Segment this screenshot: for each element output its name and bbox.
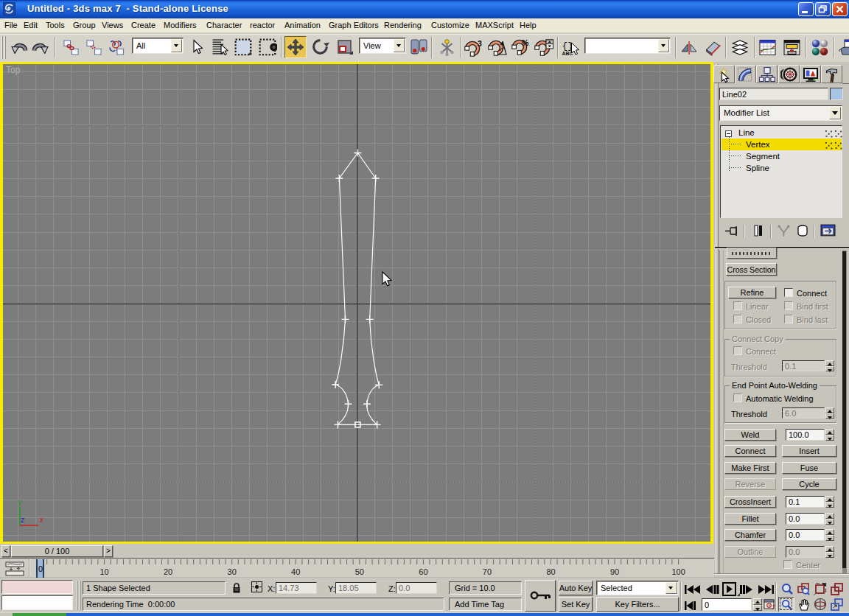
svg-text:70: 70 [483, 567, 492, 576]
svg-text:80: 80 [546, 567, 555, 576]
svg-text:90: 90 [610, 567, 619, 576]
svg-text:y: y [18, 498, 21, 506]
svg-text:x: x [40, 516, 43, 524]
svg-text:3: 3 [478, 40, 482, 48]
svg-text:z: z [21, 516, 24, 524]
svg-text:40: 40 [291, 567, 300, 576]
svg-text:Top: Top [6, 65, 21, 75]
svg-text:20: 20 [164, 567, 172, 576]
svg-text:10: 10 [99, 567, 108, 576]
svg-text:50: 50 [355, 567, 364, 576]
svg-text:60: 60 [419, 567, 427, 576]
svg-text:%: % [522, 38, 529, 47]
svg-text:100: 100 [671, 567, 685, 576]
svg-text:30: 30 [228, 567, 237, 576]
